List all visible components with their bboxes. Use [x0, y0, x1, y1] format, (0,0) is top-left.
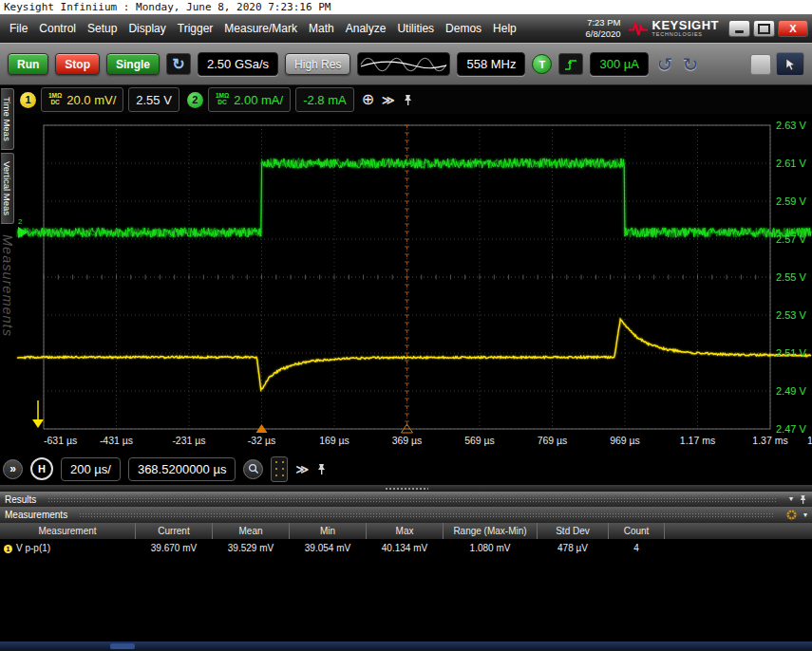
waveform-display[interactable]: 22.63 V2.61 V2.59 V2.57 V2.55 V2.53 V2.5…	[15, 114, 812, 453]
menu-items: FileControlSetupDisplayTriggerMeasure/Ma…	[4, 14, 522, 43]
panel-splitter[interactable]	[0, 485, 812, 492]
channel-1-scale: 20.0 mV/	[66, 93, 116, 107]
gear-icon[interactable]	[785, 509, 798, 521]
menu-item-utilities[interactable]: Utilities	[391, 14, 440, 43]
left-sidebar: Time MeasVertical Meas Measurements	[0, 85, 15, 453]
measurements-table: MeasurementCurrentMeanMinMaxRange (Max-M…	[0, 523, 812, 556]
toolbar-right	[750, 52, 804, 76]
splitter-grip[interactable]	[385, 487, 428, 491]
x-axis-label: 1.17 ms	[680, 435, 715, 446]
waveform-preview-icon	[358, 54, 449, 75]
menu-item-display[interactable]: Display	[123, 14, 171, 43]
measurements-title: Measurements	[5, 510, 67, 520]
drag-handle[interactable]	[271, 456, 288, 482]
x-axis-label: -631 µs	[44, 435, 77, 446]
more-channels-button[interactable]: ≫	[382, 94, 395, 106]
minimize-icon	[735, 30, 744, 33]
taskbar-item[interactable]	[110, 643, 135, 649]
menu-item-file[interactable]: File	[4, 14, 33, 43]
channel-2-level-marker[interactable]	[18, 227, 28, 238]
x-axis-label: 369 µs	[392, 435, 423, 446]
brand-name: KEYSIGHT	[652, 19, 719, 31]
channel-2-offset-field[interactable]: -2.8 mA	[295, 87, 354, 112]
trigger-level-field[interactable]: 300 µA	[590, 52, 648, 76]
pin-icon[interactable]	[316, 463, 327, 475]
menu-item-measure-mark[interactable]: Measure/Mark	[218, 14, 303, 43]
bandwidth-preview[interactable]	[357, 52, 450, 76]
x-axis-label: 1.37 ms	[752, 435, 787, 446]
horizontal-icon[interactable]: H	[30, 457, 53, 480]
sidebar-tab-vertical-meas[interactable]: Vertical Meas	[1, 153, 14, 224]
run-button[interactable]: Run	[8, 53, 48, 75]
menu-bar: FileControlSetupDisplayTriggerMeasure/Ma…	[0, 14, 812, 43]
scope-main: 1 1MΩ DC 20.0 mV/ 2.55 V 2	[15, 85, 812, 453]
touch-mode-button[interactable]	[750, 54, 771, 75]
column-header-mean: Mean	[213, 523, 290, 540]
channel2-trace	[17, 158, 811, 237]
x-axis-label: 169 µs	[319, 435, 349, 446]
measurement-row[interactable]: 1V p-p(1) 39.670 mV39.529 mV39.054 mV40.…	[0, 540, 812, 557]
y-axis-label: 2.61 V	[776, 158, 806, 169]
measurement-value: 40.134 mV	[367, 540, 444, 557]
pin-icon[interactable]	[799, 494, 807, 505]
clear-display-button[interactable]: ↻	[166, 53, 191, 75]
expand-panel-button[interactable]: »	[3, 459, 23, 479]
menu-item-help[interactable]: Help	[487, 14, 522, 43]
measurements-table-wrap: MeasurementCurrentMeanMinMaxRange (Max-M…	[0, 523, 812, 556]
x-axis-label: -32 µs	[248, 435, 275, 446]
channel-2-button[interactable]: 2	[187, 92, 203, 108]
minimize-button[interactable]	[728, 20, 750, 37]
measurement-value: 39.054 mV	[290, 540, 367, 557]
more-horizontal-button[interactable]: ≫	[295, 463, 309, 475]
collapse-arrow-icon[interactable]: ▾	[789, 495, 793, 503]
menu-item-analyze[interactable]: Analyze	[340, 14, 392, 43]
zoom-button[interactable]	[243, 459, 263, 479]
trigger-edge-button[interactable]	[558, 53, 583, 75]
keysight-logo: KEYSIGHT TECHNOLOGIES	[628, 19, 719, 38]
menu-item-setup[interactable]: Setup	[82, 14, 123, 43]
measurement-value-filler	[665, 540, 812, 557]
channel-1-controls: 1 1MΩ DC 20.0 mV/ 2.55 V	[20, 87, 179, 112]
restore-button[interactable]	[753, 20, 775, 37]
dotted-texture	[79, 512, 774, 517]
stop-button[interactable]: Stop	[55, 53, 100, 75]
channel-1-offset-field[interactable]: 2.55 V	[128, 87, 179, 112]
measurements-panel-header[interactable]: Measurements ▾	[0, 507, 812, 523]
y-axis-label: 2.47 V	[776, 423, 806, 435]
channel-1-scale-field[interactable]: 1MΩ DC 20.0 mV/	[41, 87, 123, 112]
clock-display: 7:23 PM 6/8/2020	[586, 17, 621, 40]
results-panel-header[interactable]: Results ▾	[0, 492, 812, 507]
menu-item-demos[interactable]: Demos	[440, 14, 487, 43]
channel-1-ground-arrow-icon[interactable]	[32, 419, 44, 428]
horizontal-position-field[interactable]: 368.5200000 µs	[128, 457, 236, 481]
sidebar-tab-time-meas[interactable]: Time Meas	[1, 88, 14, 150]
infiniium-app: Keysight Infiniium : Monday, June 8, 202…	[0, 0, 812, 651]
timebase-scale-field[interactable]: 200 µs/	[61, 457, 121, 481]
x-axis-label: 569 µs	[464, 435, 495, 446]
bandwidth-field[interactable]: 558 MHz	[457, 52, 525, 76]
acquisition-mode-button[interactable]: High Res	[285, 53, 350, 75]
redo-button[interactable]: ↻	[681, 55, 700, 74]
undo-button[interactable]: ↺	[655, 55, 674, 74]
trigger-source-icon[interactable]: T	[532, 54, 552, 74]
keysight-spark-icon	[628, 21, 649, 37]
channel-2-scale-field[interactable]: 1MΩ DC 2.00 mA/	[208, 87, 291, 112]
single-button[interactable]: Single	[106, 53, 160, 75]
x-axis-label: -231 µs	[172, 435, 205, 446]
mouse-pointer-button[interactable]	[776, 52, 804, 76]
dotted-texture	[47, 497, 778, 502]
restore-icon	[758, 24, 770, 34]
close-button[interactable]: X	[778, 20, 808, 37]
pin-icon[interactable]	[403, 94, 413, 106]
menu-item-trigger[interactable]: Trigger	[172, 14, 219, 43]
add-waveform-button[interactable]: ⊕	[362, 92, 374, 107]
menu-item-control[interactable]: Control	[33, 14, 82, 43]
column-header-max: Max	[367, 523, 444, 540]
collapse-arrow-icon[interactable]: ▾	[803, 512, 807, 519]
measurement-name: V p-p(1)	[16, 543, 50, 553]
x-axis-label: -431 µs	[100, 435, 133, 446]
sample-rate-field[interactable]: 2.50 GSa/s	[198, 52, 278, 76]
channel-1-button[interactable]: 1	[20, 92, 36, 108]
channel-bar: 1 1MΩ DC 20.0 mV/ 2.55 V 2	[15, 85, 812, 114]
menu-item-math[interactable]: Math	[303, 14, 340, 43]
